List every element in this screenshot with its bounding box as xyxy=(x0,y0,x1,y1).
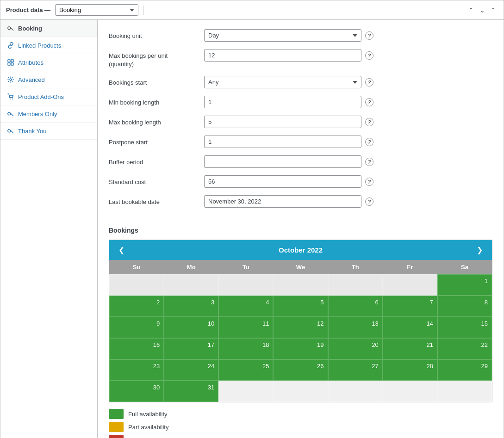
last-bookable-date-input[interactable] xyxy=(204,195,361,208)
svg-point-4 xyxy=(10,79,12,80)
cal-cell-5[interactable]: 5 xyxy=(273,296,328,317)
last-bookable-date-label: Last bookable date xyxy=(109,195,197,206)
form-row-max-booking-length: Max booking length ? xyxy=(109,116,492,128)
max-bookings-label: Max bookings per unit (quantity) xyxy=(109,49,197,68)
max-bookings-help[interactable]: ? xyxy=(365,51,373,60)
cal-cell-3[interactable]: 3 xyxy=(164,296,218,317)
sidebar-item-attributes[interactable]: Attributes xyxy=(0,54,97,71)
product-data-panel: Product data — Booking Simple product Gr… xyxy=(0,0,504,438)
form-row-booking-unit: Booking unit DayHourMonthNight ? xyxy=(109,29,492,42)
cal-cell-31[interactable]: 31 xyxy=(164,381,218,402)
max-bookings-input[interactable] xyxy=(204,49,361,62)
sidebar-item-advanced[interactable]: Advanced xyxy=(0,71,97,88)
main-layout: Booking Linked Products Attributes Advan… xyxy=(0,20,504,438)
form-row-postpone-start: Postpone start ? xyxy=(109,136,492,148)
calendar-week-2: 2 3 4 5 6 7 8 xyxy=(109,296,492,317)
cal-cell-27[interactable]: 27 xyxy=(328,359,383,381)
bookings-start-select[interactable]: AnyNowCustom xyxy=(204,76,361,88)
last-bookable-date-help[interactable]: ? xyxy=(365,197,373,206)
cal-cell-30[interactable]: 30 xyxy=(109,381,164,402)
bookings-start-help[interactable]: ? xyxy=(365,78,373,86)
wrench3-icon xyxy=(7,127,14,135)
cal-cell-4[interactable]: 4 xyxy=(218,296,273,317)
cal-cell-23[interactable]: 23 xyxy=(109,359,164,381)
cal-cell-7[interactable]: 7 xyxy=(383,296,437,317)
link-icon xyxy=(7,42,14,49)
calendar-week-5: 23 24 25 26 27 28 29 xyxy=(109,359,492,381)
nav-down-button[interactable]: ⌄ xyxy=(478,6,487,15)
product-type-select[interactable]: Booking Simple product Grouped product E… xyxy=(55,4,138,16)
sidebar-item-thank-you[interactable]: Thank You xyxy=(0,123,97,140)
svg-point-6 xyxy=(12,99,13,99)
cal-cell-21[interactable]: 21 xyxy=(383,338,437,359)
sidebar-item-booking[interactable]: Booking xyxy=(0,20,97,37)
calendar-prev-button[interactable]: ❮ xyxy=(117,246,126,254)
sidebar-item-product-addons[interactable]: Product Add-Ons xyxy=(0,88,97,105)
standard-cost-label: Standard cost xyxy=(109,175,197,186)
cal-cell-20[interactable]: 20 xyxy=(328,338,383,359)
cal-cell-1[interactable]: 1 xyxy=(437,274,492,296)
cal-cell-8[interactable]: 8 xyxy=(437,296,492,317)
standard-cost-input[interactable] xyxy=(204,175,361,188)
buffer-period-input[interactable] xyxy=(204,155,361,168)
day-header-fr: Fr xyxy=(383,260,437,274)
max-booking-length-input[interactable] xyxy=(204,116,361,128)
postpone-start-field: ? xyxy=(204,136,492,148)
svg-rect-0 xyxy=(8,60,10,62)
min-booking-length-help[interactable]: ? xyxy=(365,98,373,106)
cal-cell-empty xyxy=(328,274,383,296)
booking-unit-select[interactable]: DayHourMonthNight xyxy=(204,29,361,42)
cal-cell-24[interactable]: 24 xyxy=(164,359,218,381)
calendar-day-headers: Su Mo Tu We Th Fr Sa xyxy=(109,260,492,274)
postpone-start-input[interactable] xyxy=(204,136,361,148)
cal-cell-12[interactable]: 12 xyxy=(273,317,328,338)
min-booking-length-input[interactable] xyxy=(204,96,361,108)
nav-up-button[interactable]: ⌃ xyxy=(467,6,476,15)
cal-cell-28[interactable]: 28 xyxy=(383,359,437,381)
booking-unit-field: DayHourMonthNight ? xyxy=(204,29,492,42)
cal-cell-16[interactable]: 16 xyxy=(109,338,164,359)
cal-cell-10[interactable]: 10 xyxy=(164,317,218,338)
cal-cell-25[interactable]: 25 xyxy=(218,359,273,381)
nav-expand-button[interactable]: ⌃ xyxy=(489,6,498,15)
buffer-period-help[interactable]: ? xyxy=(365,158,373,166)
form-row-buffer-period: Buffer period ? xyxy=(109,155,492,168)
cal-cell-13[interactable]: 13 xyxy=(328,317,383,338)
postpone-start-label: Postpone start xyxy=(109,136,197,147)
cal-cell-6[interactable]: 6 xyxy=(328,296,383,317)
cal-cell-22[interactable]: 22 xyxy=(437,338,492,359)
cal-cell-empty xyxy=(383,274,437,296)
postpone-start-help[interactable]: ? xyxy=(365,138,373,146)
standard-cost-field: ? xyxy=(204,175,492,188)
cal-cell-17[interactable]: 17 xyxy=(164,338,218,359)
booking-unit-help[interactable]: ? xyxy=(365,31,373,40)
max-bookings-field: ? xyxy=(204,49,492,62)
min-booking-length-label: Min booking length xyxy=(109,96,197,107)
cal-cell-15[interactable]: 15 xyxy=(437,317,492,338)
cal-cell-2[interactable]: 2 xyxy=(109,296,164,317)
cal-cell-9[interactable]: 9 xyxy=(109,317,164,338)
cal-cell-26[interactable]: 26 xyxy=(273,359,328,381)
cal-cell-14[interactable]: 14 xyxy=(383,317,437,338)
cal-cell-29[interactable]: 29 xyxy=(437,359,492,381)
bookings-title: Bookings xyxy=(109,227,492,234)
svg-rect-1 xyxy=(11,60,13,62)
sidebar-item-members-only[interactable]: Members Only xyxy=(0,105,97,123)
standard-cost-help[interactable]: ? xyxy=(365,178,373,186)
bookings-start-label: Bookings start xyxy=(109,76,197,87)
form-row-bookings-start: Bookings start AnyNowCustom ? xyxy=(109,76,492,88)
sidebar-item-linked-products[interactable]: Linked Products xyxy=(0,37,97,54)
calendar: ❮ October 2022 ❯ Su Mo Tu We Th Fr Sa xyxy=(109,240,492,402)
cal-cell-11[interactable]: 11 xyxy=(218,317,273,338)
legend-label-full: Full availability xyxy=(128,411,168,418)
calendar-legend: Full availability Part availability No a… xyxy=(109,409,492,438)
calendar-week-4: 16 17 18 19 20 21 22 xyxy=(109,338,492,359)
cal-cell-19[interactable]: 19 xyxy=(273,338,328,359)
cal-cell-18[interactable]: 18 xyxy=(218,338,273,359)
calendar-next-button[interactable]: ❯ xyxy=(475,246,485,254)
sidebar-item-label: Booking xyxy=(18,25,42,32)
cal-cell-empty xyxy=(218,274,273,296)
max-booking-length-help[interactable]: ? xyxy=(365,118,373,126)
form-row-min-booking-length: Min booking length ? xyxy=(109,96,492,108)
legend-swatch-red xyxy=(109,435,124,438)
